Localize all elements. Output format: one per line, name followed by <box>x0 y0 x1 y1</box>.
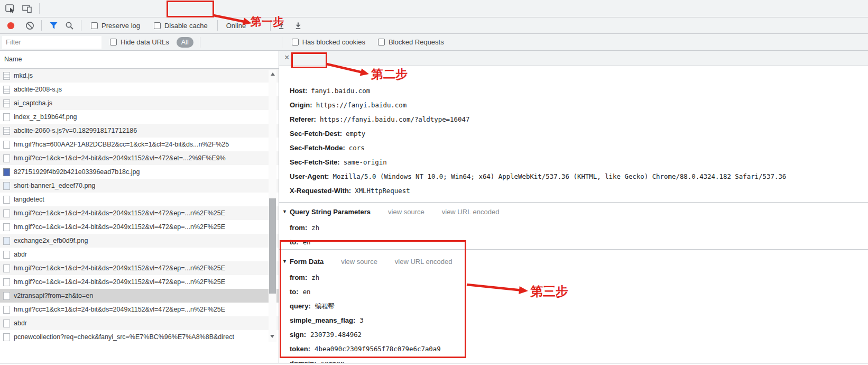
scroll-up-icon[interactable] <box>271 72 275 76</box>
request-row[interactable]: hm.gif?cc=1&ck=1&cl=24-bit&ds=2049x1152&… <box>0 303 279 316</box>
request-row[interactable]: mkd.js <box>0 69 279 83</box>
request-name: hm.gif?cc=1&ck=1&cl=24-bit&ds=2049x1152&… <box>14 278 225 286</box>
view-source-link[interactable]: view source <box>388 208 424 216</box>
request-row[interactable]: short-banner1_edeef70.png <box>0 179 279 193</box>
request-row[interactable]: ai_captcha.js <box>0 96 279 110</box>
header-value: XMLHttpRequest <box>355 187 410 195</box>
filter-input[interactable] <box>2 36 101 49</box>
param-name: token <box>290 345 310 353</box>
headers-panel: Hostfanyi.baidu.com Originhttps://fanyi.… <box>279 66 868 365</box>
header-name: User-Agent <box>290 172 329 180</box>
devtools-window: Preserve log Disable cache Online <box>0 0 868 365</box>
header-value: https://fanyi.baidu.com/?aldtype=16047 <box>320 115 469 123</box>
param-line: toen <box>290 285 441 299</box>
param-name: sign <box>290 331 306 339</box>
resource-icon <box>3 292 10 300</box>
preserve-log-checkbox[interactable] <box>91 22 98 29</box>
param-name: from <box>290 224 307 232</box>
panel-tabs <box>53 0 164 17</box>
header-name: Origin <box>290 101 312 109</box>
request-row[interactable]: abdr <box>0 248 279 261</box>
request-row[interactable]: 827151929f4b92b421e03396ead7b18c.jpg <box>0 165 279 179</box>
name-column-header[interactable]: Name <box>0 51 279 69</box>
header-name: Sec-Fetch-Dest <box>290 130 342 138</box>
network-toolbar: Preserve log Disable cache Online <box>0 17 868 34</box>
request-row[interactable]: hm.gif?cc=1&ck=1&cl=24-bit&ds=2049x1152&… <box>0 206 279 220</box>
hide-data-urls-checkbox[interactable] <box>110 39 117 45</box>
view-url-encoded-link[interactable]: view URL encoded <box>395 258 453 266</box>
header-line: User-AgentMozilla/5.0 (Windows NT 10.0; … <box>290 169 866 184</box>
resource-icon <box>3 278 10 286</box>
import-har-icon[interactable] <box>276 20 287 31</box>
request-row[interactable]: index_z_b19b64f.png <box>0 110 279 124</box>
disable-cache-checkbox[interactable] <box>154 22 161 29</box>
resource-icon <box>3 320 10 327</box>
request-row[interactable]: v2transapi?from=zh&to=en <box>0 289 279 303</box>
request-row[interactable]: hm.gif?hca=600AA2F1A82DCBB2&cc=1&ck=1&cl… <box>0 138 279 151</box>
collapse-triangle-icon[interactable] <box>282 209 287 214</box>
request-name: hm.gif?cc=1&ck=1&cl=24-bit&ds=2049x1152&… <box>14 154 226 162</box>
request-name: abclite-2008-s.js <box>14 86 62 93</box>
request-name: v2transapi?from=zh&to=en <box>14 292 93 299</box>
throttling-select[interactable]: Online <box>226 22 246 30</box>
header-line: Hostfanyi.baidu.com <box>290 84 866 98</box>
request-name: pcnewcollection?req=check&fanyi_src=%E7%… <box>14 333 234 341</box>
request-name: mkd.js <box>14 72 33 79</box>
request-name: 827151929f4b92b421e03396ead7b18c.jpg <box>14 168 140 176</box>
header-line: Sec-Fetch-Sitesame-origin <box>290 155 866 169</box>
query-string-section-title: Query String Parameters <box>290 208 371 216</box>
request-name: hm.gif?cc=1&ck=1&cl=24-bit&ds=2049x1152&… <box>14 306 225 313</box>
header-line: Sec-Fetch-Destempty <box>290 126 866 141</box>
param-name: to <box>290 238 299 246</box>
blocked-requests-checkbox[interactable] <box>378 39 385 45</box>
param-value: 编程帮 <box>315 302 335 310</box>
request-row[interactable]: abdr <box>0 316 279 330</box>
header-name: X-Requested-With <box>290 187 351 195</box>
resource-icon <box>3 196 10 204</box>
record-button[interactable] <box>5 20 16 31</box>
request-row[interactable]: pcnewcollection?req=check&fanyi_src=%E7%… <box>0 330 279 344</box>
param-value: en <box>303 238 311 246</box>
filter-toggle-icon[interactable] <box>48 20 59 31</box>
param-line: simple_means_flag3 <box>290 313 441 327</box>
clear-icon[interactable] <box>24 20 35 31</box>
request-row[interactable]: hm.gif?cc=1&ck=1&cl=24-bit&ds=2049x1152&… <box>0 275 279 289</box>
request-row[interactable]: langdetect <box>0 193 279 206</box>
request-headers-list: Hostfanyi.baidu.com Originhttps://fanyi.… <box>290 84 866 198</box>
header-name: Host <box>290 87 307 95</box>
request-name: langdetect <box>14 196 44 203</box>
request-row[interactable]: abclite-2060-s.js?v=0.1829918171712186 <box>0 124 279 138</box>
collapse-triangle-icon[interactable] <box>282 259 287 264</box>
request-row[interactable]: hm.gif?cc=1&ck=1&cl=24-bit&ds=2049x1152&… <box>0 151 279 165</box>
divider <box>39 3 40 14</box>
view-source-link[interactable]: view source <box>341 258 377 266</box>
request-row[interactable]: hm.gif?cc=1&ck=1&cl=24-bit&ds=2049x1152&… <box>0 261 279 275</box>
header-line: Sec-Fetch-Modecors <box>290 141 866 155</box>
header-name: Sec-Fetch-Site <box>290 158 340 166</box>
blocked-requests-label: Blocked Requests <box>389 38 444 46</box>
resource-icon <box>3 182 10 190</box>
param-name: query <box>290 302 311 310</box>
resource-filter-all[interactable]: All <box>177 37 193 48</box>
resource-icon <box>3 237 10 245</box>
device-toolbar-icon[interactable] <box>21 3 33 14</box>
export-har-icon[interactable] <box>293 20 303 31</box>
request-row[interactable]: abclite-2008-s.js <box>0 83 279 96</box>
header-value: same-origin <box>344 158 387 166</box>
scroll-down-icon[interactable] <box>270 335 274 338</box>
query-string-params: fromzh toen <box>290 221 319 249</box>
inspect-element-icon[interactable] <box>5 3 16 14</box>
view-url-encoded-link[interactable]: view URL encoded <box>442 208 500 216</box>
requests-scrollbar[interactable] <box>269 70 276 342</box>
divider <box>200 37 200 48</box>
has-blocked-cookies-checkbox[interactable] <box>292 39 299 45</box>
request-row[interactable]: exchange2x_efb0d9f.png <box>0 234 279 248</box>
close-icon[interactable]: × <box>284 53 289 62</box>
search-icon[interactable] <box>64 20 75 31</box>
scrollbar-thumb[interactable] <box>269 198 276 294</box>
has-blocked-cookies-label: Has blocked cookies <box>302 38 365 46</box>
divider <box>217 20 218 31</box>
detail-tabbar: × <box>279 51 868 66</box>
request-row[interactable]: hm.gif?cc=1&ck=1&cl=24-bit&ds=2049x1152&… <box>0 220 279 234</box>
network-filter-bar: Hide data URLs All Has blocked cookies B… <box>0 34 868 51</box>
